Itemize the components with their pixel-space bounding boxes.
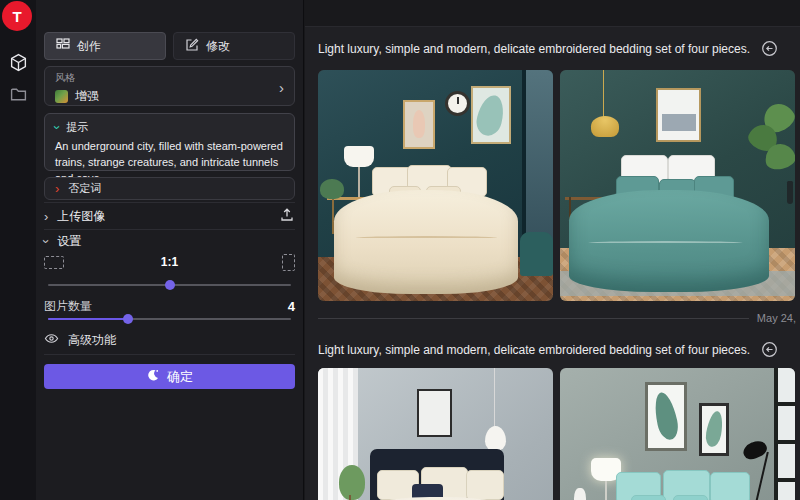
- wall-clock: [445, 91, 470, 116]
- advanced-features-label: 高级功能: [68, 332, 116, 349]
- chevron-right-icon: ›: [44, 210, 48, 223]
- chevron-right-icon: ›: [279, 80, 284, 95]
- pillow: [673, 495, 708, 500]
- image-count-slider[interactable]: [48, 314, 291, 324]
- settings-label: 设置: [57, 233, 81, 250]
- sidebar-item-files[interactable]: [0, 80, 36, 108]
- window: [522, 70, 553, 255]
- confirm-button[interactable]: 确定: [44, 364, 295, 389]
- picture-frame: [656, 88, 701, 141]
- vase: [574, 488, 586, 500]
- results-area: Light luxury, simple and modern, delicat…: [305, 0, 800, 500]
- picture-frame: [471, 86, 511, 144]
- plant: [320, 179, 344, 200]
- picture-frame: [403, 100, 436, 149]
- picture-frame: [645, 382, 687, 451]
- pillow: [631, 495, 666, 500]
- result-prompt-row: Light luxury, simple and modern, delicat…: [318, 341, 792, 358]
- main-header: [305, 0, 800, 27]
- negative-words-card[interactable]: › 否定词: [44, 177, 295, 200]
- bedding-photo-cream: [318, 70, 553, 301]
- slider-thumb[interactable]: [165, 280, 175, 290]
- eye-icon: [44, 331, 59, 349]
- chevron-down-icon: ›: [51, 125, 64, 129]
- chevron-right-icon: ›: [55, 182, 59, 195]
- aspect-ratio-value: 1:1: [44, 255, 295, 269]
- bedding-photo-white: [318, 368, 553, 500]
- edit-icon: [185, 38, 199, 55]
- result-images-row: [318, 70, 795, 301]
- armchair: [520, 232, 553, 276]
- date-label: May 24,: [757, 312, 796, 324]
- pillow: [466, 470, 504, 500]
- table-lamp: [344, 146, 375, 167]
- confirm-button-label: 确定: [167, 368, 193, 386]
- sidebar-item-models[interactable]: [0, 48, 36, 76]
- bed-duvet: [334, 190, 517, 294]
- generated-image-4[interactable]: [560, 368, 795, 500]
- chevron-down-icon: ›: [40, 239, 53, 243]
- picture-frame: [699, 403, 730, 456]
- upload-image-row[interactable]: › 上传图像: [44, 206, 295, 226]
- result-prompt-text: Light luxury, simple and modern, delicat…: [318, 343, 750, 357]
- window: [774, 368, 795, 500]
- result-prompt-text: Light luxury, simple and modern, delicat…: [318, 42, 750, 56]
- app-logo[interactable]: T: [2, 1, 32, 31]
- tab-modify[interactable]: 修改: [173, 32, 295, 60]
- generated-image-3[interactable]: [318, 368, 553, 500]
- prompt-card[interactable]: › 提示 An underground city, filled with st…: [44, 113, 295, 171]
- style-label: 风格: [55, 71, 284, 85]
- left-rail: T: [0, 0, 36, 500]
- tab-create-label: 创作: [77, 38, 101, 55]
- divider: [44, 229, 295, 230]
- pendant-lamp: [591, 116, 619, 137]
- reuse-prompt-icon[interactable]: [761, 341, 778, 358]
- aspect-ratio-row: 1:1: [44, 253, 295, 271]
- pendant-lamp: [485, 426, 506, 451]
- plant: [339, 465, 365, 500]
- divider: [44, 202, 295, 203]
- tab-modify-label: 修改: [206, 38, 230, 55]
- negative-words-label: 否定词: [68, 181, 101, 196]
- image-count-value: 4: [288, 299, 295, 314]
- generated-image-2[interactable]: [560, 70, 795, 301]
- mode-tabs: 创作 修改: [44, 32, 295, 60]
- generated-image-1[interactable]: [318, 70, 553, 301]
- style-card[interactable]: 风格 增强 ›: [44, 66, 295, 106]
- divider: [44, 354, 295, 355]
- prompt-label: 提示: [66, 120, 88, 135]
- plant: [743, 102, 795, 206]
- picture-frame: [417, 389, 452, 438]
- upload-image-label: 上传图像: [57, 208, 105, 225]
- settings-header[interactable]: › 设置: [44, 233, 295, 249]
- cube-icon: [9, 53, 28, 72]
- advanced-features-row[interactable]: 高级功能: [44, 331, 295, 349]
- bedding-photo-aqua: [560, 368, 795, 500]
- folder-icon: [10, 86, 27, 103]
- reuse-prompt-icon[interactable]: [761, 40, 778, 57]
- collage-grid-icon: [56, 38, 70, 55]
- crescent-moon-icon: [146, 368, 160, 385]
- aspect-ratio-slider[interactable]: [48, 280, 291, 290]
- slider-thumb[interactable]: [123, 314, 133, 324]
- tab-create[interactable]: 创作: [44, 32, 166, 60]
- image-count-label: 图片数量: [44, 298, 92, 315]
- upload-icon[interactable]: [279, 207, 295, 226]
- style-value: 增强: [75, 88, 99, 105]
- result-prompt-row: Light luxury, simple and modern, delicat…: [318, 40, 792, 57]
- generation-panel: 创作 修改 风格 增强 › › 提示 An underground city, …: [36, 0, 304, 500]
- pillow: [710, 472, 750, 500]
- result-images-row: [318, 368, 795, 500]
- image-count-row: 图片数量 4: [44, 298, 295, 314]
- style-thumbnail: [55, 90, 68, 103]
- date-divider: May 24,: [318, 311, 796, 325]
- bedding-photo-teal: [560, 70, 795, 301]
